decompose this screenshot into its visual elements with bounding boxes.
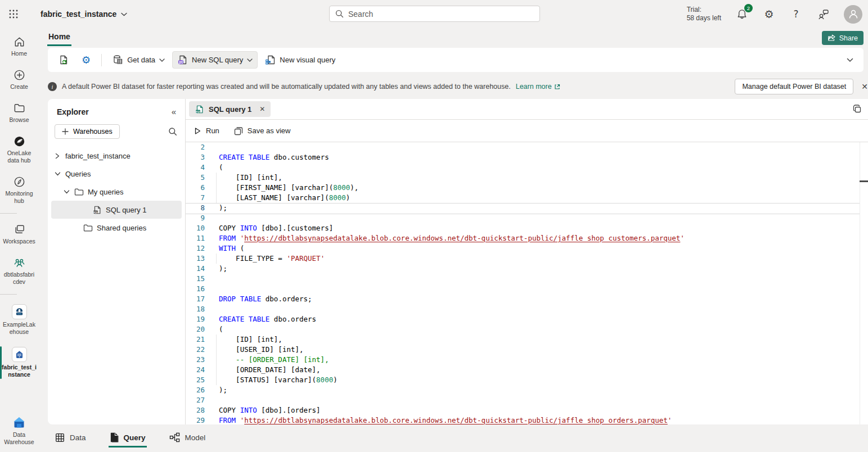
line-number: 27 — [186, 395, 214, 405]
view-tab-model[interactable]: Model — [168, 429, 207, 448]
view-tab-query[interactable]: Query — [109, 429, 147, 448]
get-data-button[interactable]: Get data — [107, 51, 170, 69]
rail-item-label: Create — [10, 83, 28, 91]
line-content: CREATE TABLE dbo.customers — [214, 152, 329, 162]
rail-item-fabric-test-instance[interactable]: fabric_test_i nstance — [0, 344, 38, 381]
tree-item-label: SQL query 1 — [106, 206, 147, 214]
run-button[interactable]: Run — [194, 126, 219, 135]
code-line-6[interactable]: 6 [FIRST_NAME] [varchar](8000), — [186, 183, 868, 193]
rail-item-create[interactable]: Create — [0, 66, 38, 93]
chevron-down-icon[interactable] — [62, 189, 70, 194]
tab-home[interactable]: Home — [47, 30, 71, 46]
chevron-down-icon — [121, 12, 127, 16]
code-line-29[interactable]: 29FROM 'https://dbtlabsynapsedatalake.bl… — [186, 415, 868, 424]
line-number: 15 — [186, 274, 214, 284]
code-line-21[interactable]: 21 [ID] [int], — [186, 335, 868, 345]
code-line-23[interactable]: 23 -- [ORDER_DATE] [int], — [186, 355, 868, 365]
code-line-25[interactable]: 25 [STATUS] [varchar](8000) — [186, 375, 868, 385]
editor-overview-ruler[interactable] — [860, 142, 868, 424]
info-icon: i — [48, 82, 57, 91]
tree-item-queries[interactable]: Queries — [51, 165, 182, 183]
tree-item-sql-query-1[interactable]: SQLSQL query 1 — [51, 201, 182, 219]
line-number: 18 — [186, 304, 214, 314]
new-sql-query-button[interactable]: SQL New SQL query — [172, 51, 258, 69]
add-warehouses-button[interactable]: Warehouses — [55, 124, 120, 139]
code-line-16[interactable]: 16 — [186, 284, 868, 294]
home-icon — [13, 35, 26, 48]
notifications-bell-icon[interactable]: 2 — [736, 8, 748, 20]
banner-close-icon[interactable]: ✕ — [861, 82, 868, 91]
toolbar-divider — [101, 54, 102, 66]
rail-item-monitoringhub[interactable]: Monitoring hub — [0, 173, 38, 207]
code-line-14[interactable]: 14); — [186, 264, 868, 274]
workspace-switcher[interactable]: fabric_test_instance — [41, 10, 127, 19]
line-number: 22 — [186, 345, 214, 355]
code-line-12[interactable]: 12WITH ( — [186, 243, 868, 254]
code-line-13[interactable]: 13 FILE_TYPE = 'PARQUET' — [186, 254, 868, 264]
code-line-9[interactable]: 9 — [186, 213, 868, 223]
code-line-19[interactable]: 19CREATE TABLE dbo.orders — [186, 314, 868, 324]
learn-more-link[interactable]: Learn more — [516, 83, 560, 91]
code-line-28[interactable]: 28COPY INTO [dbo].[orders] — [186, 405, 868, 415]
line-number: 5 — [186, 173, 214, 183]
svg-text:SQL: SQL — [196, 110, 201, 112]
code-line-17[interactable]: 17DROP TABLE dbo.orders; — [186, 294, 868, 304]
explorer-search-icon[interactable] — [168, 127, 177, 136]
copy-icon[interactable] — [852, 104, 862, 114]
code-line-15[interactable]: 15 — [186, 274, 868, 284]
code-line-24[interactable]: 24 [ORDER_DATE] [date], — [186, 365, 868, 375]
line-number: 29 — [186, 415, 214, 424]
rail-item-dbtlabsfabricdev[interactable]: dbtlabsfabri cdev — [0, 254, 38, 288]
collapse-panel-icon[interactable]: « — [172, 107, 176, 116]
chevron-down-icon[interactable] — [53, 171, 61, 176]
rail-item-workspaces[interactable]: Workspaces — [0, 220, 38, 248]
save-as-view-button[interactable]: Save as view — [234, 126, 291, 135]
tree-item-shared-queries[interactable]: Shared queries — [51, 219, 182, 237]
user-avatar[interactable] — [844, 5, 862, 24]
code-line-2[interactable]: 2 — [186, 142, 868, 152]
warehouse-icon — [12, 347, 27, 362]
chevron-right-icon[interactable] — [53, 153, 61, 159]
code-line-3[interactable]: 3CREATE TABLE dbo.customers — [186, 152, 868, 162]
code-line-5[interactable]: 5 [ID] [int], — [186, 173, 868, 183]
query-tab[interactable]: SQL SQL query 1 ✕ — [189, 101, 271, 117]
rail-item-examplelakehouse[interactable]: ExampleLak ehouse — [0, 301, 38, 338]
sql-code-editor[interactable]: 23CREATE TABLE dbo.customers4(5 [ID] [in… — [186, 142, 868, 424]
code-line-11[interactable]: 11FROM 'https://dbtlabsynapsedatalake.bl… — [186, 233, 868, 243]
new-visual-query-button[interactable]: New visual query — [260, 51, 340, 69]
line-content: FROM 'https://dbtlabsynapsedatalake.blob… — [214, 233, 685, 243]
code-line-10[interactable]: 10COPY INTO [dbo].[customers] — [186, 223, 868, 233]
rail-item-onelakedata-hub[interactable]: OneLake data hub — [0, 132, 38, 167]
help-icon[interactable]: ? — [790, 8, 802, 20]
trial-status[interactable]: Trial: 58 days left — [687, 6, 721, 22]
code-line-27[interactable]: 27 — [186, 395, 868, 405]
tree-item-my-queries[interactable]: My queries — [51, 183, 182, 201]
search-icon — [335, 10, 344, 18]
close-tab-icon[interactable]: ✕ — [259, 105, 265, 113]
share-button[interactable]: Share — [822, 31, 863, 45]
feedback-icon[interactable] — [817, 8, 829, 20]
home-toolbar: ⚙ Get data SQL New SQL query New visual … — [48, 48, 863, 72]
rail-item-home[interactable]: Home — [0, 33, 38, 60]
tree-item-fabric-test-instance[interactable]: fabric_test_instance — [51, 147, 182, 165]
settings-button[interactable]: ⚙ — [77, 51, 96, 69]
code-line-4[interactable]: 4( — [186, 162, 868, 173]
code-line-18[interactable]: 18 — [186, 304, 868, 314]
code-line-26[interactable]: 26); — [186, 385, 868, 395]
code-line-20[interactable]: 20( — [186, 324, 868, 335]
monitoring-icon — [13, 175, 26, 188]
editor-tab-strip: SQL SQL query 1 ✕ — [186, 99, 868, 120]
code-line-7[interactable]: 7 [LAST_NAME] [varchar](8000) — [186, 193, 868, 203]
manage-default-dataset-button[interactable]: Manage default Power BI dataset — [735, 79, 853, 94]
refresh-dataset-button[interactable] — [53, 51, 74, 69]
search-input[interactable]: Search — [329, 6, 540, 22]
rail-item-browse[interactable]: Browse — [0, 99, 38, 126]
line-content: ( — [214, 162, 223, 173]
app-launcher-icon[interactable] — [0, 0, 27, 28]
line-content — [214, 395, 219, 405]
code-line-8[interactable]: 8); — [186, 203, 868, 213]
view-tab-data[interactable]: Data — [54, 430, 87, 448]
code-line-22[interactable]: 22 [USER_ID] [int], — [186, 345, 868, 355]
collapse-ribbon-chevron-icon[interactable] — [847, 58, 853, 62]
settings-gear-icon[interactable]: ⚙ — [763, 8, 775, 20]
